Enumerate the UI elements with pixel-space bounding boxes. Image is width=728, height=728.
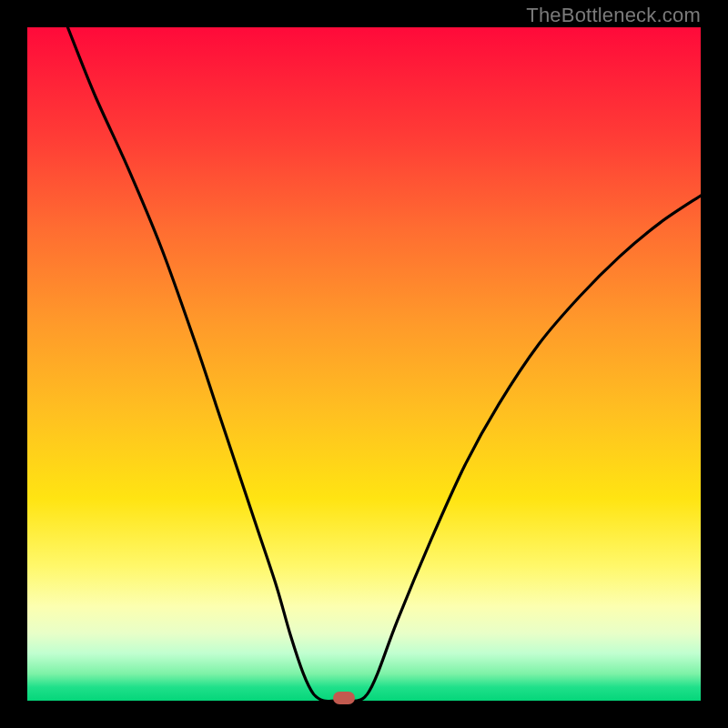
bottleneck-curve bbox=[27, 27, 701, 701]
plot-area bbox=[27, 27, 701, 701]
chart-frame: TheBottleneck.com bbox=[0, 0, 728, 728]
optimal-marker bbox=[333, 692, 355, 704]
watermark-text: TheBottleneck.com bbox=[526, 4, 701, 27]
